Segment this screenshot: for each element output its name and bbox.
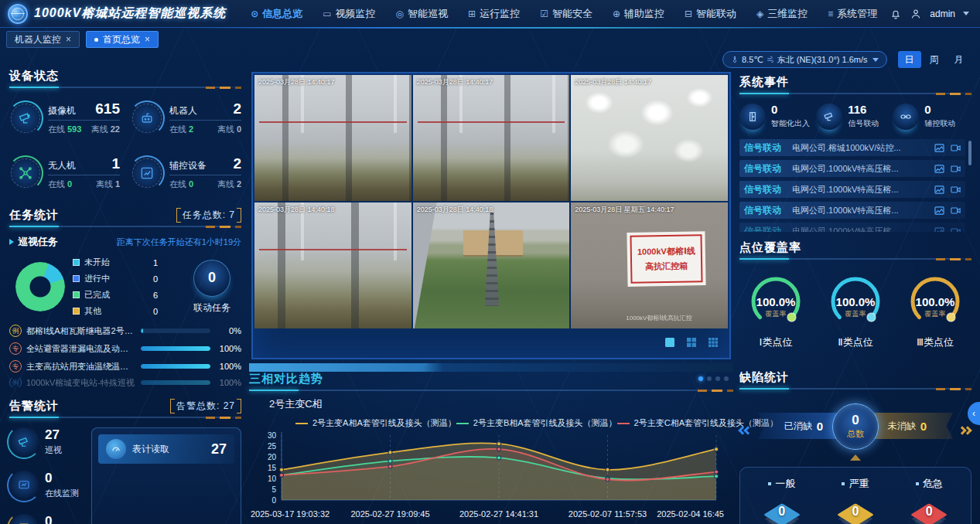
coverage-gauges: 100.0% 覆盖率 Ⅰ类点位 100.0% 覆盖率 Ⅱ类点位 100.0% 覆… — [739, 274, 971, 349]
task-total-badge: 任务总数: 7 — [176, 208, 241, 223]
username[interactable]: admin — [930, 9, 955, 19]
brand: 1000kV榕城站远程智能巡视系统 — [0, 4, 237, 24]
progress-bar — [141, 364, 210, 369]
trend-title: 三相对比趋势 — [249, 372, 323, 386]
progress-bar — [141, 380, 210, 385]
trend-pagination-dots[interactable] — [698, 376, 729, 381]
divider — [9, 226, 241, 227]
chevron-right-icon — [965, 425, 971, 436]
alarm-cat-aux-control[interactable]: 0辅控 — [9, 514, 84, 524]
video-feed-4[interactable]: 2025-03月28日 14:40:18 — [254, 202, 411, 328]
bell-icon[interactable] — [890, 8, 902, 20]
layout-quad-icon[interactable] — [686, 337, 697, 348]
nav-item-operation-monitor[interactable]: ⊞运行监控 — [468, 7, 520, 21]
alarm-cat-patrol[interactable]: 27巡视 — [9, 427, 84, 457]
video-feed-3[interactable]: 2025-03月28日 14:40:17 — [571, 75, 728, 201]
video-feed-6[interactable]: 2025-03月28日 星期五 14:40:17 1000kV都榕Ⅰ线 高抗汇控… — [571, 202, 728, 328]
video-clip-icon[interactable] — [951, 206, 961, 215]
app-logo-icon — [8, 4, 28, 24]
tab-robot-monitor[interactable]: 机器人监控 × — [6, 31, 80, 48]
snapshot-icon[interactable] — [934, 185, 944, 194]
video-feed-5[interactable]: 2025-03月28日 14:40:18 — [413, 202, 570, 328]
chevron-down-icon — [872, 58, 879, 62]
task-badge: 例 — [9, 378, 22, 387]
nav-item-system-manage[interactable]: ≡系统管理 — [828, 7, 877, 21]
alarm-content: 27巡视 0在线监测 0辅控 — [9, 427, 241, 524]
event-list: 信号联动 电网公司.榕城1000kV/站控... 信号联动 电网公司.1000k… — [739, 139, 971, 232]
nav-item-smart-security[interactable]: ☑智能安全 — [540, 7, 592, 21]
video-monitor-icon: ▭ — [323, 9, 331, 19]
operation-monitor-icon: ⊞ — [468, 9, 476, 19]
linkage-task-count: 0 — [193, 260, 230, 297]
svg-text:2025-02-04 16:45: 2025-02-04 16:45 — [657, 509, 724, 519]
device-card-drone[interactable]: 无人机1 在线0 离线1 — [9, 155, 120, 190]
event-stat-access: 0智能化出入 — [739, 104, 815, 130]
top-controls: 8.5℃ 东北 (NE)(31.0°) 1.6m/s 日 周 月 — [722, 51, 971, 68]
aux-control-icon — [9, 514, 39, 524]
defect-summary: 已消缺0 0 总数 未消缺0 — [739, 407, 971, 456]
snapshot-icon[interactable] — [934, 144, 944, 152]
event-row[interactable]: 信号联动 电网公司.1000kV特高压榕... — [739, 181, 965, 198]
event-row[interactable]: 信号联动 电网公司.榕城1000kV/站控... — [739, 139, 965, 156]
defect-total: 0 总数 — [832, 403, 879, 450]
layout-nine-icon[interactable] — [708, 337, 719, 348]
alarm-total-badge: 告警总数: 27 — [170, 399, 241, 413]
scrollbar[interactable] — [968, 141, 971, 165]
event-row[interactable]: 信号联动 电网公司.1000kV特高压榕... — [739, 202, 965, 219]
svg-text:25: 25 — [268, 442, 277, 451]
nav-item-auxiliary-monitor[interactable]: ⊕辅助监控 — [613, 7, 664, 21]
patrol-camera-icon — [9, 427, 39, 457]
close-icon[interactable]: × — [145, 34, 150, 45]
video-clip-icon[interactable] — [951, 165, 961, 173]
device-card-camera[interactable]: 摄像机615 在线593 离线22 — [9, 100, 120, 135]
nav-item-video-monitor[interactable]: ▭视频监控 — [323, 7, 375, 21]
task-badge: 专 — [9, 342, 22, 355]
task-row[interactable]: 例 1000kV榕城变电站-特殊巡视 100% — [9, 378, 241, 387]
task-row[interactable]: 例 都榕Ⅰ线A相瓦斯继电器2号主变... 0% — [9, 325, 241, 337]
defect-stats-header: 缺陷统计 — [739, 369, 971, 385]
task-row[interactable]: 专 主变高抗站用变油温绕温油枕（... 100% — [9, 360, 241, 373]
svg-text:10: 10 — [268, 475, 277, 483]
patrol-task-label[interactable]: 巡视任务 — [9, 235, 58, 249]
legend-item[interactable]: 2号主变B相A套管引线及接头（测温） — [456, 417, 617, 429]
video-feed-1[interactable]: 2025-03月28日 14:40:17 — [254, 75, 411, 201]
robot-icon — [131, 102, 163, 134]
nav-item-smart-patrol[interactable]: ◎智能巡视 — [396, 7, 448, 21]
drone-icon — [9, 157, 42, 189]
wind-icon — [767, 55, 774, 64]
coverage-header: 点位覆盖率 — [739, 240, 971, 255]
legend-item: 进行中0 — [73, 273, 175, 284]
close-icon[interactable]: × — [66, 34, 71, 45]
nav-item-3d-monitor[interactable]: ◈三维监控 — [756, 7, 808, 21]
task-row[interactable]: 专 全站避雷器泄漏电流及动作次数... 100% — [9, 342, 241, 355]
period-week-button[interactable]: 周 — [923, 51, 946, 68]
alarm-detail-row[interactable]: 表计读取 27 — [98, 434, 234, 464]
weather-widget[interactable]: 8.5℃ 东北 (NE)(31.0°) 1.6m/s — [722, 51, 887, 68]
snapshot-icon[interactable] — [934, 206, 944, 215]
video-clip-icon[interactable] — [951, 227, 961, 233]
video-clip-icon[interactable] — [951, 185, 961, 194]
alarm-cat-online-monitor[interactable]: 0在线监测 — [9, 471, 84, 500]
device-card-aux[interactable]: 辅控设备2 在线0 离线2 — [131, 155, 241, 190]
snapshot-icon[interactable] — [934, 227, 944, 233]
svg-text:30: 30 — [268, 431, 277, 440]
event-row[interactable]: 信号联动 电网公司.1000kV特高压榕... — [739, 160, 965, 177]
legend-item[interactable]: 2号主变A相A套管引线及接头（测温） — [295, 417, 456, 429]
video-feed-2[interactable]: 2025-03月28日 14:40:17 — [413, 75, 570, 201]
period-month-button[interactable]: 月 — [948, 51, 971, 68]
snapshot-icon[interactable] — [934, 165, 944, 173]
device-card-robot[interactable]: 机器人2 在线2 离线0 — [131, 100, 241, 135]
smart-linkage-icon: ⊟ — [685, 9, 692, 19]
nav-item-smart-linkage[interactable]: ⊟智能联动 — [685, 7, 736, 21]
user-menu-caret-icon[interactable] — [963, 12, 969, 15]
gauge-class-1: 100.0% 覆盖率 Ⅰ类点位 — [739, 274, 812, 349]
nav-item-overview[interactable]: ⊙信息总览 — [251, 7, 302, 21]
event-row[interactable]: 信号联动 电网公司.1000kV特高压榕... — [739, 223, 965, 232]
layout-single-icon[interactable] — [664, 337, 675, 348]
tab-home-overview[interactable]: 首页总览 × — [86, 31, 159, 48]
chevron-left-icon — [739, 425, 746, 436]
legend-item: 其他0 — [73, 305, 175, 317]
task-stats-header: 任务统计 任务总数: 7 — [9, 207, 241, 223]
period-day-button[interactable]: 日 — [898, 51, 921, 68]
video-clip-icon[interactable] — [951, 144, 961, 152]
